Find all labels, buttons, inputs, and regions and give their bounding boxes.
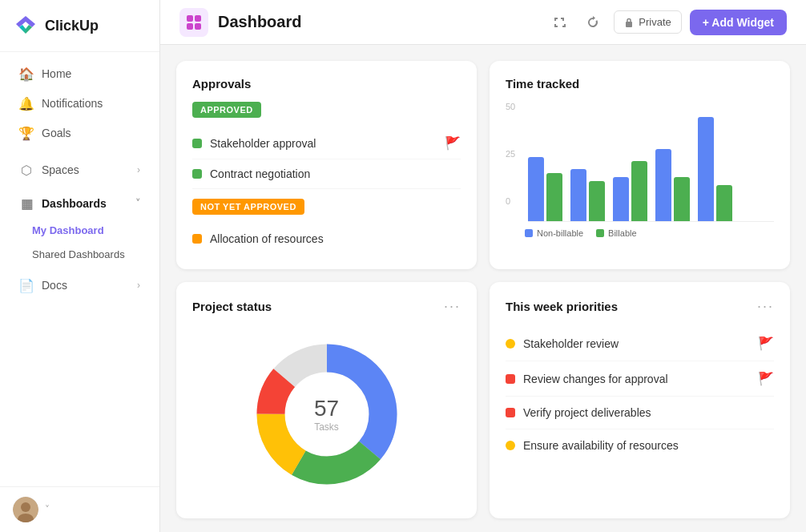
topbar-actions: Private + Add Widget bbox=[546, 10, 787, 35]
approval-item-stakeholder: Stakeholder approval 🚩 bbox=[192, 127, 461, 159]
priority-dot-3 bbox=[506, 408, 515, 417]
project-status-card: Project status ··· bbox=[176, 282, 477, 518]
bar-green-4 bbox=[674, 177, 690, 221]
refresh-button[interactable] bbox=[580, 10, 606, 35]
bar-blue-3 bbox=[613, 177, 629, 221]
priority-label-1: Stakeholder review bbox=[523, 337, 750, 350]
approval-item-contract: Contract negotiation bbox=[192, 159, 461, 189]
approvals-card: Approvals APPROVED Stakeholder approval … bbox=[176, 61, 477, 269]
sidebar-item-home-label: Home bbox=[42, 67, 140, 80]
priority-dot-1 bbox=[506, 339, 515, 349]
lock-icon bbox=[624, 18, 634, 27]
bar-blue-1 bbox=[528, 157, 544, 221]
sidebar-footer: ˅ bbox=[0, 486, 159, 532]
sidebar-item-dashboards[interactable]: ▦ Dashboards ˅ bbox=[6, 189, 153, 218]
my-dashboard-label: My Dashboard bbox=[32, 224, 104, 236]
bar-group-3 bbox=[613, 161, 647, 221]
priorities-title: This week priorities bbox=[506, 300, 618, 313]
approval-stakeholder-label: Stakeholder approval bbox=[210, 137, 437, 150]
legend-non-billable: Non-billable bbox=[525, 228, 583, 238]
dashboard-content: Approvals APPROVED Stakeholder approval … bbox=[160, 45, 806, 532]
sidebar-item-spaces[interactable]: ⬡ Spaces › bbox=[6, 155, 153, 184]
home-icon: 🏠 bbox=[19, 66, 34, 81]
priority-item-2: Review changes for approval 🚩 bbox=[506, 361, 774, 397]
sidebar-spaces-label: Spaces bbox=[42, 163, 129, 176]
svg-rect-5 bbox=[187, 15, 193, 22]
time-tracked-title: Time tracked bbox=[506, 77, 774, 91]
donut-chart-wrap: 57 Tasks bbox=[192, 326, 461, 502]
sidebar-item-docs[interactable]: 📄 Docs › bbox=[6, 271, 153, 300]
chart-legend: Non-billable Billable bbox=[506, 228, 774, 238]
avatar-chevron-icon[interactable]: ˅ bbox=[45, 504, 50, 515]
sidebar: ClickUp 🏠 Home 🔔 Notifications 🏆 Goals ⬡… bbox=[0, 0, 160, 532]
time-tracked-card: Time tracked 50 25 0 bbox=[490, 61, 790, 269]
svg-rect-7 bbox=[187, 23, 193, 30]
legend-dot-green bbox=[596, 229, 604, 237]
priority-label-4: Ensure availability of resources bbox=[523, 439, 774, 452]
docs-icon: 📄 bbox=[19, 278, 34, 292]
project-status-header: Project status ··· bbox=[192, 298, 461, 315]
svg-rect-9 bbox=[626, 22, 632, 27]
user-avatar[interactable] bbox=[13, 497, 38, 522]
not-approved-badge: NOT YET APPROVED bbox=[192, 199, 304, 215]
project-status-more-button[interactable]: ··· bbox=[444, 298, 461, 315]
approval-dot-orange bbox=[192, 234, 202, 244]
dashboards-icon: ▦ bbox=[19, 196, 34, 211]
approval-resources-label: Allocation of resources bbox=[210, 232, 461, 245]
sidebar-dashboards-label: Dashboards bbox=[42, 197, 127, 210]
flag-icon-stakeholder: 🚩 bbox=[445, 135, 461, 151]
bar-group-1 bbox=[528, 157, 562, 221]
dashboard-icon-wrap bbox=[179, 8, 208, 37]
sidebar-navigation: 🏠 Home 🔔 Notifications 🏆 Goals ⬡ Spaces … bbox=[0, 52, 159, 486]
priority-label-3: Verify project deliverables bbox=[523, 406, 774, 419]
bar-green-3 bbox=[631, 161, 647, 221]
priorities-list: Stakeholder review 🚩 Review changes for … bbox=[506, 326, 774, 461]
main-content: Dashboard Private + Add Widget Approvals… bbox=[160, 0, 806, 532]
y-label-25: 25 bbox=[506, 149, 515, 159]
sidebar-item-shared-dashboards[interactable]: Shared Dashboards bbox=[6, 243, 153, 266]
sidebar-item-notifications[interactable]: 🔔 Notifications bbox=[6, 89, 153, 118]
bar-green-5 bbox=[716, 185, 732, 221]
svg-point-3 bbox=[21, 502, 30, 512]
approval-dot-green-2 bbox=[192, 169, 202, 179]
priorities-more-button[interactable]: ··· bbox=[757, 298, 774, 315]
bar-group-4 bbox=[655, 149, 690, 221]
topbar-title: Dashboard bbox=[218, 13, 537, 31]
y-label-50: 50 bbox=[506, 102, 515, 111]
donut-center: 57 Tasks bbox=[314, 396, 339, 433]
sidebar-item-goals[interactable]: 🏆 Goals bbox=[6, 119, 153, 147]
bar-green-2 bbox=[589, 181, 605, 221]
dashboard-grid-icon bbox=[185, 14, 203, 31]
flag-icon-1: 🚩 bbox=[758, 336, 774, 351]
privacy-label: Private bbox=[639, 16, 671, 28]
approvals-title: Approvals bbox=[192, 77, 461, 91]
privacy-button[interactable]: Private bbox=[614, 10, 681, 34]
logo-area: ClickUp bbox=[0, 0, 159, 52]
priority-item-1: Stakeholder review 🚩 bbox=[506, 326, 774, 361]
expand-button[interactable] bbox=[546, 10, 572, 35]
priorities-header: This week priorities ··· bbox=[506, 298, 774, 315]
approval-item-resources: Allocation of resources bbox=[192, 224, 461, 253]
sidebar-docs-label: Docs bbox=[42, 279, 129, 292]
add-widget-button[interactable]: + Add Widget bbox=[690, 10, 787, 35]
donut-tasks-label: Tasks bbox=[314, 421, 339, 433]
svg-marker-0 bbox=[16, 16, 35, 27]
project-status-title: Project status bbox=[192, 300, 272, 313]
sidebar-item-goals-label: Goals bbox=[42, 127, 140, 139]
notifications-icon: 🔔 bbox=[19, 96, 34, 111]
svg-marker-1 bbox=[19, 25, 32, 34]
expand-icon bbox=[553, 16, 566, 29]
bar-blue-4 bbox=[655, 149, 671, 221]
bar-group-2 bbox=[570, 169, 605, 221]
donut-container: 57 Tasks bbox=[247, 334, 407, 494]
priority-item-4: Ensure availability of resources bbox=[506, 429, 774, 461]
sidebar-item-home[interactable]: 🏠 Home bbox=[6, 59, 153, 88]
sidebar-item-my-dashboard[interactable]: My Dashboard bbox=[6, 219, 153, 242]
shared-dashboards-label: Shared Dashboards bbox=[32, 248, 125, 260]
legend-billable-label: Billable bbox=[608, 228, 636, 238]
bar-green-1 bbox=[546, 173, 562, 221]
bar-group-5 bbox=[698, 117, 732, 221]
topbar: Dashboard Private + Add Widget bbox=[160, 0, 806, 45]
bar-blue-2 bbox=[570, 169, 586, 221]
legend-non-billable-label: Non-billable bbox=[537, 228, 583, 238]
